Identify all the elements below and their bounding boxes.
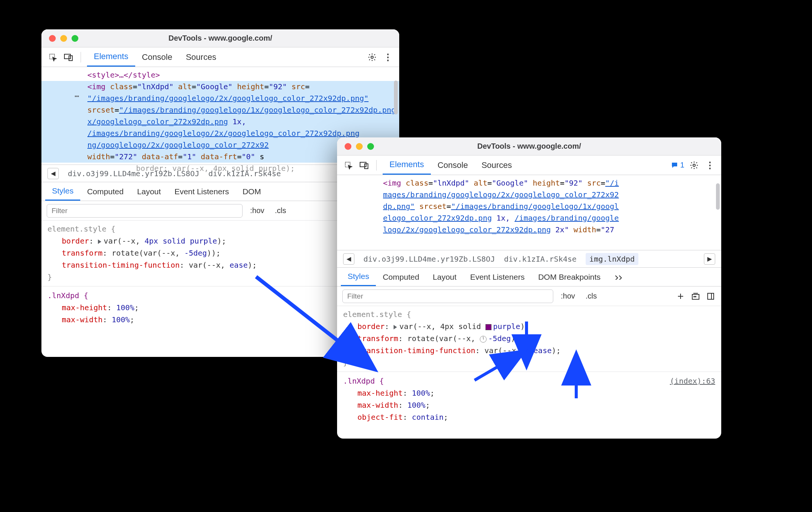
subtab-dom-breakpoints[interactable]: DOM Breakpoints	[531, 268, 607, 286]
issues-count: 1	[680, 161, 684, 169]
filter-input[interactable]	[342, 290, 553, 303]
angle-swatch-icon[interactable]	[480, 336, 487, 343]
main-tabs: Elements Console Sources	[383, 155, 541, 175]
prop-transition-timing-function[interactable]: transition-timing-function: var(--x, eas…	[343, 344, 715, 357]
filter-row: :hov .cls	[337, 286, 721, 306]
tab-sources[interactable]: Sources	[475, 155, 519, 175]
new-style-rule-icon[interactable]	[675, 291, 686, 302]
svg-rect-5	[360, 162, 366, 167]
dom-tree[interactable]: <img class="lnXdpd" alt="Google" height=…	[337, 175, 721, 250]
crumb-3-active[interactable]: img.lnXdpd	[586, 253, 638, 265]
rule-selector[interactable]: element.style {	[343, 308, 715, 320]
scrollbar[interactable]	[394, 81, 398, 114]
settings-icon[interactable]	[366, 51, 378, 63]
rule-selector-2[interactable]: .lnXdpd {	[343, 376, 384, 386]
prop-max-width[interactable]: max-width: 100%;	[343, 399, 715, 411]
prop-object-fit[interactable]: object-fit: contain;	[343, 411, 715, 423]
crumb-1[interactable]: div.o3j99.LLD4me.yr19Zb.LS8OJ	[363, 254, 495, 264]
device-toggle-icon[interactable]	[63, 51, 75, 63]
devtools-window-after: DevTools - www.google.com/ Elements Cons…	[337, 137, 721, 439]
color-swatch-icon[interactable]	[485, 324, 491, 330]
main-toolbar: Elements Console Sources 1 ⋮	[337, 155, 721, 175]
svg-point-7	[693, 164, 695, 166]
srcset-url[interactable]: "/images/branding/googlelogo/1x/googlelo…	[119, 105, 396, 114]
svg-rect-1	[64, 54, 70, 59]
titlebar[interactable]: DevTools - www.google.com/	[41, 29, 399, 47]
chevron-left-icon[interactable]: ◀	[343, 253, 354, 265]
tabs-overflow-icon[interactable]	[519, 155, 541, 175]
styles-tabs: Styles Computed Layout Event Listeners D…	[337, 268, 721, 286]
styles-pane[interactable]: element.style { border: var(--x, 4px sol…	[337, 306, 721, 425]
inline-style-display: border: var(--x, 4px solid purple);	[136, 164, 295, 173]
settings-icon[interactable]	[688, 159, 700, 171]
titlebar[interactable]: DevTools - www.google.com/	[337, 137, 721, 155]
chevron-right-icon[interactable]: ▶	[704, 253, 715, 265]
inspect-icon[interactable]	[342, 159, 354, 171]
hov-toggle[interactable]: :hov	[558, 292, 578, 300]
window-title: DevTools - www.google.com/	[41, 34, 399, 43]
subtab-layout[interactable]: Layout	[130, 182, 168, 201]
dom-node[interactable]: <img class="lnXdpd" alt="Google" height=…	[337, 177, 721, 189]
expand-icon[interactable]	[394, 325, 397, 329]
subtab-dom[interactable]: DOM	[236, 182, 268, 201]
ellipsis-icon[interactable]: ⋯	[75, 90, 79, 102]
source-link[interactable]: (index):63	[670, 375, 715, 387]
breadcrumb: ◀ div.o3j99.LLD4me.yr19Zb.LS8OJ div.k1zI…	[337, 250, 721, 268]
device-toggle-icon[interactable]	[358, 159, 370, 171]
window-title: DevTools - www.google.com/	[337, 142, 721, 151]
crumb-2[interactable]: div.k1zIA.rSk4se	[504, 254, 577, 264]
cls-toggle[interactable]: .cls	[272, 206, 289, 215]
svg-point-9	[694, 296, 694, 297]
easing-swatch-icon[interactable]	[525, 348, 532, 355]
prop-transform[interactable]: transform: rotate(var(--x, -5deg));	[343, 332, 715, 344]
srcset-url-2[interactable]: /images/branding/googlelogo/2x/googlelog…	[87, 129, 359, 138]
svg-point-10	[695, 296, 696, 297]
subtab-styles[interactable]: Styles	[341, 268, 376, 286]
subtab-event-listeners[interactable]: Event Listeners	[168, 182, 236, 201]
expand-icon[interactable]	[98, 239, 101, 244]
rule-close: }	[343, 357, 715, 369]
subtabs-overflow-icon[interactable]	[607, 268, 630, 286]
toggle-css-icon[interactable]	[690, 291, 701, 302]
scrollbar[interactable]	[716, 183, 720, 210]
dom-node[interactable]: <style>…</style>	[87, 70, 160, 79]
src-url[interactable]: "/images/branding/googlelogo/2x/googlelo…	[87, 94, 369, 103]
filter-input[interactable]	[47, 204, 243, 218]
inspect-icon[interactable]	[47, 51, 59, 63]
menu-icon[interactable]: ⋮	[382, 51, 394, 63]
hov-toggle[interactable]: :hov	[247, 206, 267, 215]
subtab-styles[interactable]: Styles	[45, 182, 80, 201]
subtab-computed[interactable]: Computed	[80, 182, 130, 201]
tab-console[interactable]: Console	[431, 155, 475, 175]
main-tabs: Elements Console Sources	[87, 47, 246, 67]
svg-point-3	[371, 56, 373, 58]
main-toolbar: Elements Console Sources ⋮	[41, 47, 399, 67]
tabs-overflow-icon[interactable]	[223, 47, 246, 67]
cls-toggle[interactable]: .cls	[583, 292, 600, 300]
dom-selected-node[interactable]: <img class="lnXdpd" alt="Google" height=…	[41, 81, 399, 93]
subtab-event-listeners[interactable]: Event Listeners	[463, 268, 531, 286]
subtab-computed[interactable]: Computed	[376, 268, 426, 286]
subtab-layout[interactable]: Layout	[426, 268, 463, 286]
tab-sources[interactable]: Sources	[179, 47, 223, 67]
computed-sidebar-icon[interactable]	[705, 291, 716, 302]
menu-icon[interactable]: ⋮	[704, 159, 716, 171]
tab-console[interactable]: Console	[135, 47, 179, 67]
svg-rect-11	[708, 293, 714, 299]
prop-border[interactable]: border: var(--x, 4px solid purple);	[343, 320, 715, 332]
tab-elements[interactable]: Elements	[87, 47, 135, 67]
issues-badge[interactable]: 1	[671, 161, 684, 169]
tab-elements[interactable]: Elements	[383, 155, 431, 175]
prop-max-height[interactable]: max-height: 100%;	[343, 387, 715, 399]
